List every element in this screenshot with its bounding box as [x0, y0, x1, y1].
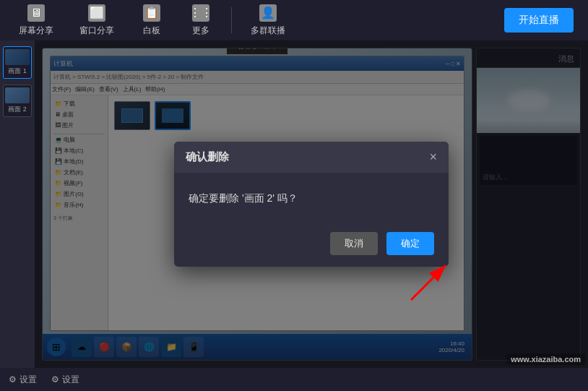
bottom-bar: ⚙ 设置 ⚙ 设置 [0, 368, 588, 391]
main-area: 预览画面 计算机 ─□✕ 计算机 > STW\5.2 > 比较图(2020) >… [35, 40, 588, 368]
screen-share-label: 屏幕分享 [19, 25, 53, 37]
more-btn[interactable]: ⋮⋮ 更多 [179, 1, 222, 40]
red-arrow-indicator [404, 249, 462, 310]
dialog-message: 确定要删除 '画面 2' 吗？ [189, 192, 298, 204]
window-share-label: 窗口分享 [79, 25, 114, 37]
start-live-button[interactable]: 开始直播 [504, 8, 574, 33]
screen-share-btn[interactable]: 🖥 屏幕分享 [9, 1, 64, 40]
scene-1-label: 画面 1 [8, 66, 27, 76]
settings-label-1: 设置 [20, 374, 37, 386]
dialog-title: 确认删除 [186, 150, 229, 164]
scene-2-label: 画面 2 [8, 105, 27, 114]
watermark: www.xiazaiba.com [506, 353, 585, 365]
sidebar-scene-2[interactable]: 画面 2 [3, 85, 32, 117]
window-share-btn[interactable]: ⬜ 窗口分享 [69, 1, 124, 40]
dialog-box: 确认删除 × 确定要删除 '画面 2' 吗？ 取消 确定 [174, 142, 449, 267]
dialog-body: 确定要删除 '画面 2' 吗？ [174, 173, 449, 223]
top-toolbar: 🖥 屏幕分享 ⬜ 窗口分享 📋 白板 ⋮⋮ 更多 👤 多群联播 开始直播 [0, 0, 588, 40]
settings-icon-2: ⚙ [51, 374, 59, 384]
multi-relay-icon: 👤 [259, 4, 277, 22]
sidebar-scene-1[interactable]: 画面 1 [3, 46, 32, 79]
settings-btn-1[interactable]: ⚙ 设置 [9, 374, 37, 386]
settings-icon-1: ⚙ [9, 374, 17, 384]
svg-line-1 [411, 265, 446, 300]
whiteboard-label: 白板 [143, 25, 160, 37]
dialog-header: 确认删除 × [174, 142, 449, 173]
multi-relay-btn[interactable]: 👤 多群联播 [241, 1, 295, 40]
whiteboard-btn[interactable]: 📋 白板 [130, 1, 173, 40]
cancel-button[interactable]: 取消 [330, 232, 378, 255]
more-icon: ⋮⋮ [192, 4, 209, 22]
toolbar-divider [231, 7, 232, 33]
scene-2-thumb [5, 87, 30, 103]
left-sidebar: 画面 1 画面 2 [0, 40, 35, 368]
settings-label-2: 设置 [62, 374, 79, 386]
window-share-icon: ⬜ [88, 4, 105, 22]
scene-1-thumb [5, 49, 30, 65]
dialog-close-button[interactable]: × [429, 150, 437, 163]
settings-btn-2[interactable]: ⚙ 设置 [51, 374, 79, 386]
more-label: 更多 [192, 25, 209, 37]
dialog-overlay: 确认删除 × 确定要删除 '画面 2' 吗？ 取消 确定 [35, 40, 588, 368]
whiteboard-icon: 📋 [143, 4, 160, 22]
multi-relay-label: 多群联播 [251, 25, 285, 37]
screen-share-icon: 🖥 [27, 4, 45, 22]
